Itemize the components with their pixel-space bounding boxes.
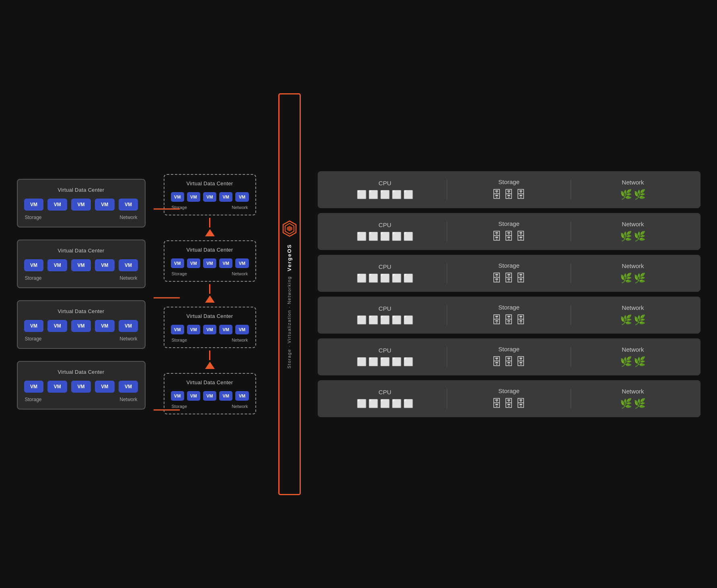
left-vdc-3-title: Virtual Data Center [24, 308, 138, 314]
arrow-3 [164, 350, 256, 371]
divider [571, 221, 571, 242]
vm-row: VM VM VM VM VM [24, 259, 138, 271]
network-icons: 🌿 🌿 [620, 189, 646, 200]
vm-chip: VM [235, 258, 249, 268]
mid-vdc-4-wrap: Virtual Data Center VM VM VM VM VM Stora… [164, 373, 256, 414]
network-icon: 🌿 [620, 231, 632, 242]
cpu-icon: ⬜ [368, 315, 378, 325]
storage-label: Storage [498, 387, 520, 394]
node-row-2: CPU ⬜ ⬜ ⬜ ⬜ ⬜ Storage 🗄 🗄 🗄 [318, 213, 701, 250]
divider [571, 347, 571, 367]
storage-icon: 🗄 [491, 272, 502, 285]
vdc-labels: Storage Network [171, 205, 249, 210]
network-section: Network 🌿 🌿 [575, 304, 690, 326]
storage-icon: 🗄 [503, 314, 514, 326]
network-label: Network [232, 205, 248, 210]
cpu-icon: ⬜ [368, 190, 378, 199]
cpu-icon: ⬜ [357, 232, 367, 241]
storage-label: Storage [25, 215, 42, 220]
storage-icon: 🗄 [503, 230, 514, 243]
arrow-head [205, 362, 215, 369]
divider [447, 221, 447, 242]
divider [447, 263, 447, 283]
storage-icon: 🗄 [503, 397, 514, 410]
cpu-label: CPU [378, 180, 391, 186]
storage-section: Storage 🗄 🗄 🗄 [451, 304, 567, 326]
vm-chip: VM [71, 259, 91, 271]
vm-chip: VM [187, 325, 200, 334]
mid-vdc-2-title: Virtual Data Center [171, 247, 249, 253]
vm-chip: VM [24, 320, 44, 332]
physical-nodes-column: CPU ⬜ ⬜ ⬜ ⬜ ⬜ Storage 🗄 🗄 🗄 [318, 171, 701, 417]
cpu-icon: ⬜ [380, 232, 390, 241]
vdc-labels: Storage Network [171, 404, 249, 409]
storage-label: Storage [25, 336, 42, 342]
vm-row: VM VM VM VM VM [171, 192, 249, 202]
cpu-icon: ⬜ [403, 399, 413, 408]
cpu-label: CPU [378, 389, 391, 395]
network-section: Network 🌿 🌿 [575, 179, 690, 200]
cpu-icon: ⬜ [392, 399, 402, 408]
storage-icon: 🗄 [491, 314, 502, 326]
mid-vdc-3-wrap: Virtual Data Center VM VM VM VM VM Stora… [164, 307, 256, 373]
vm-chip: VM [235, 391, 249, 401]
left-vdc-column: Virtual Data Center VM VM VM VM VM Stora… [17, 179, 150, 410]
network-icons: 🌿 🌿 [620, 314, 646, 326]
vergeos-bar-wrapper: VergeOS Storage · Virtualization · Netwo… [273, 93, 306, 495]
network-icon: 🌿 [620, 314, 632, 326]
storage-icon: 🗄 [516, 230, 526, 243]
vergeos-subtitle: Storage · Virtualization · Networking [287, 276, 292, 369]
cpu-section: CPU ⬜ ⬜ ⬜ ⬜ ⬜ [327, 305, 443, 325]
vergeos-bar-section: VergeOS Storage · Virtualization · Netwo… [273, 93, 306, 495]
divider [571, 305, 571, 325]
cpu-section: CPU ⬜ ⬜ ⬜ ⬜ ⬜ [327, 180, 443, 199]
storage-icon: 🗄 [491, 397, 502, 410]
vergeos-center: VergeOS Storage · Virtualization · Netwo… [281, 219, 298, 368]
cpu-icons: ⬜ ⬜ ⬜ ⬜ ⬜ [357, 190, 413, 199]
cpu-label: CPU [378, 347, 391, 354]
vdc-labels: Storage Network [171, 271, 249, 276]
network-label: Network [622, 346, 644, 353]
network-icons: 🌿 🌿 [620, 356, 646, 367]
divider [571, 263, 571, 283]
storage-section: Storage 🗄 🗄 🗄 [451, 178, 567, 201]
vm-chip: VM [119, 259, 138, 271]
storage-icon: 🗄 [516, 397, 526, 410]
cpu-section: CPU ⬜ ⬜ ⬜ ⬜ ⬜ [327, 263, 443, 283]
storage-label: Storage [172, 338, 187, 342]
storage-section: Storage 🗄 🗄 🗄 [451, 220, 567, 243]
vm-chip: VM [187, 192, 200, 202]
cpu-icon: ⬜ [380, 190, 390, 199]
storage-icons: 🗄 🗄 🗄 [491, 397, 526, 410]
network-label: Network [622, 221, 644, 227]
left-vdc-1: Virtual Data Center VM VM VM VM VM Stora… [17, 179, 146, 227]
vm-row: VM VM VM VM VM [24, 199, 138, 211]
vdc-labels: Storage Network [24, 397, 138, 402]
mid-vdc-4-title: Virtual Data Center [171, 379, 249, 385]
storage-icon: 🗄 [516, 356, 526, 368]
vm-chip: VM [24, 381, 44, 393]
network-icon: 🌿 [634, 272, 646, 284]
storage-label: Storage [25, 275, 42, 281]
network-icon: 🌿 [620, 272, 632, 284]
vm-chip: VM [95, 259, 115, 271]
cpu-icon: ⬜ [380, 273, 390, 283]
divider [447, 389, 447, 409]
storage-icon: 🗄 [503, 188, 514, 201]
network-icon: 🌿 [634, 314, 646, 326]
cpu-icon: ⬜ [357, 190, 367, 199]
vm-chip: VM [24, 199, 44, 211]
network-section: Network 🌿 🌿 [575, 346, 690, 367]
network-label: Network [119, 215, 137, 220]
vergeos-logo-icon [281, 219, 298, 237]
cpu-icon: ⬜ [403, 315, 413, 325]
node-row-1: CPU ⬜ ⬜ ⬜ ⬜ ⬜ Storage 🗄 🗄 🗄 [318, 171, 701, 208]
vm-chip: VM [219, 192, 232, 202]
arrow-head [205, 229, 215, 236]
mid-vdc-4: Virtual Data Center VM VM VM VM VM Stora… [164, 373, 256, 414]
network-label: Network [232, 271, 248, 276]
node-row-5: CPU ⬜ ⬜ ⬜ ⬜ ⬜ Storage 🗄 🗄 🗄 [318, 338, 701, 375]
cpu-icon: ⬜ [403, 190, 413, 199]
network-icon: 🌿 [620, 356, 632, 367]
vm-row: VM VM VM VM VM [24, 320, 138, 332]
